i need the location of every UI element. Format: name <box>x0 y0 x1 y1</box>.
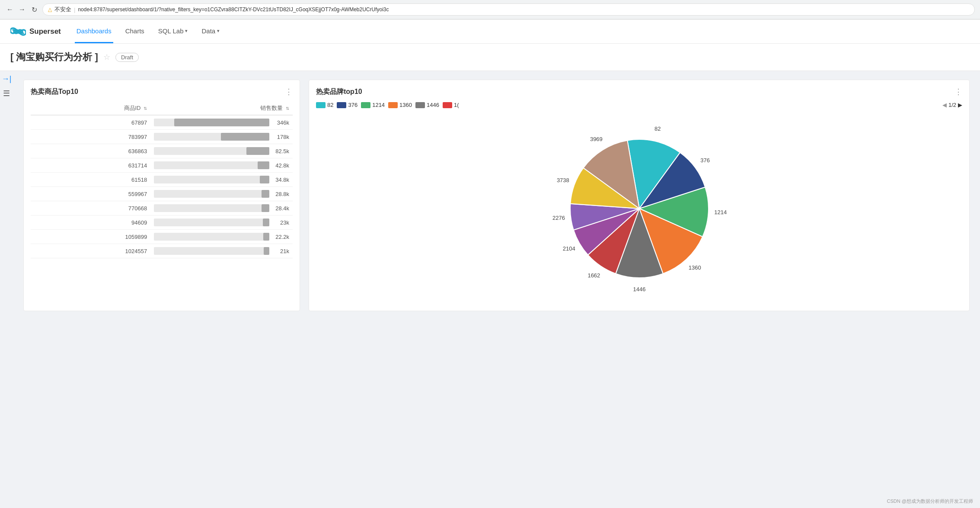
legend-item: 1( <box>443 102 459 108</box>
products-table: 商品ID ⇅ 销售数量 ⇅ 67897 <box>31 102 293 258</box>
table-row: 783997 178k <box>31 130 293 144</box>
product-id-cell: 783997 <box>31 130 150 144</box>
legend-next-icon[interactable]: ▶ <box>958 102 962 108</box>
pie-chart-header: 热卖品牌top10 ⋮ <box>316 87 962 96</box>
refresh-button[interactable]: ↻ <box>29 5 39 14</box>
legend-label: 1360 <box>399 102 412 108</box>
legend-label: 1446 <box>427 102 439 108</box>
sales-sort-icon[interactable]: ⇅ <box>286 106 289 111</box>
legend-page: 1/2 <box>948 102 956 108</box>
pie-chart-svg: 8237612141360144616622104227637383969 <box>527 118 752 299</box>
pie-label: 1214 <box>714 209 727 215</box>
col-product-id: 商品ID ⇅ <box>31 102 150 115</box>
legend-item: 82 <box>316 102 333 108</box>
product-id-cell: 559967 <box>31 187 150 201</box>
pie-label: 1662 <box>587 272 600 279</box>
product-id-cell: 94609 <box>31 215 150 230</box>
dashboard-title-bar: [ 淘宝购买行为分析 ] ☆ Draft <box>0 44 980 71</box>
app-header: Superset Dashboards Charts SQL Lab ▾ Dat… <box>0 19 980 44</box>
pie-label: 82 <box>654 125 661 132</box>
nav-sqllab[interactable]: SQL Lab ▾ <box>156 19 190 43</box>
logo: Superset <box>10 26 61 37</box>
table-row: 67897 346k <box>31 115 293 130</box>
pie-chart-panel: 热卖品牌top10 ⋮ 823761214136014461(◀1/2▶ 823… <box>309 80 970 311</box>
sales-value-cell: 21k <box>150 244 293 258</box>
pie-chart-menu[interactable]: ⋮ <box>954 87 962 96</box>
charts-container: 热卖商品Top10 ⋮ 商品ID ⇅ 销售数量 ⇅ <box>23 80 970 311</box>
product-id-cell: 61518 <box>31 173 150 187</box>
browser-nav-buttons: ← → ↻ <box>5 5 39 14</box>
legend-prev-icon[interactable]: ◀ <box>942 102 947 108</box>
table-row: 770668 28.4k <box>31 201 293 215</box>
sales-value-cell: 178k <box>150 130 293 144</box>
table-row: 631714 42.8k <box>31 158 293 173</box>
legend-item: 376 <box>337 102 358 108</box>
pie-label: 3738 <box>556 177 569 183</box>
favorite-star-icon[interactable]: ☆ <box>103 52 110 62</box>
pie-label: 2276 <box>552 215 565 221</box>
sales-value-cell: 34.8k <box>150 173 293 187</box>
col-sales: 销售数量 ⇅ <box>150 102 293 115</box>
main-content: →| ☰ 热卖商品Top10 ⋮ 商品ID ⇅ 销售数量 <box>0 71 980 374</box>
table-chart-menu[interactable]: ⋮ <box>285 87 293 96</box>
filter-expand-icon[interactable]: →| <box>2 74 12 84</box>
security-text: 不安全 <box>54 6 71 13</box>
legend-label: 1214 <box>372 102 385 108</box>
security-warning-icon: △ <box>48 6 52 13</box>
table-chart-title: 热卖商品Top10 <box>31 87 78 96</box>
logo-text: Superset <box>29 27 61 36</box>
sales-value-cell: 346k <box>150 115 293 130</box>
sqllab-dropdown-icon: ▾ <box>185 28 188 34</box>
legend-color-swatch <box>415 102 425 108</box>
browser-chrome: ← → ↻ △ 不安全 | node4:8787/superset/dashbo… <box>0 0 980 19</box>
logo-icon <box>10 26 26 37</box>
table-row: 1024557 21k <box>31 244 293 258</box>
legend-label: 1( <box>454 102 459 108</box>
legend-color-swatch <box>337 102 346 108</box>
address-bar[interactable]: △ 不安全 | node4:8787/superset/dashboard/1/… <box>42 3 975 16</box>
pie-label: 1446 <box>633 286 645 293</box>
sales-value-cell: 82.5k <box>150 144 293 158</box>
legend-item: 1446 <box>415 102 439 108</box>
pie-chart-container: 8237612141360144616622104227637383969 <box>316 113 962 304</box>
table-chart-header: 热卖商品Top10 ⋮ <box>31 87 293 96</box>
product-id-cell: 1024557 <box>31 244 150 258</box>
product-id-cell: 631714 <box>31 158 150 173</box>
pie-label: 2104 <box>562 245 575 252</box>
legend-color-swatch <box>388 102 398 108</box>
pie-label: 1360 <box>688 264 701 271</box>
product-sort-icon[interactable]: ⇅ <box>144 106 147 111</box>
table-row: 94609 23k <box>31 215 293 230</box>
sales-value-cell: 28.8k <box>150 187 293 201</box>
main-nav: Dashboards Charts SQL Lab ▾ Data ▾ <box>75 19 221 43</box>
forward-button[interactable]: → <box>17 5 27 14</box>
legend-color-swatch <box>361 102 370 108</box>
nav-data[interactable]: Data ▾ <box>200 19 221 43</box>
dashboard-title: [ 淘宝购买行为分析 ] <box>10 51 98 64</box>
sales-value-cell: 23k <box>150 215 293 230</box>
filter-options-icon[interactable]: ☰ <box>3 89 10 98</box>
legend-label: 82 <box>327 102 333 108</box>
nav-charts[interactable]: Charts <box>124 19 146 43</box>
back-button[interactable]: ← <box>5 5 15 14</box>
table-row: 636863 82.5k <box>31 144 293 158</box>
sales-value-cell: 28.4k <box>150 201 293 215</box>
draft-status-badge: Draft <box>115 53 139 62</box>
table-row: 559967 28.8k <box>31 187 293 201</box>
sales-value-cell: 42.8k <box>150 158 293 173</box>
address-separator: | <box>74 6 75 13</box>
pie-chart-title: 热卖品牌top10 <box>316 87 362 96</box>
data-dropdown-icon: ▾ <box>217 28 220 34</box>
sales-value-cell: 22.2k <box>150 230 293 244</box>
pie-legend: 823761214136014461(◀1/2▶ <box>316 102 962 108</box>
pie-label: 376 <box>700 157 710 164</box>
table-row: 61518 34.8k <box>31 173 293 187</box>
nav-dashboards[interactable]: Dashboards <box>75 19 113 43</box>
product-id-cell: 636863 <box>31 144 150 158</box>
legend-color-swatch <box>316 102 326 108</box>
product-id-cell: 1059899 <box>31 230 150 244</box>
legend-color-swatch <box>443 102 452 108</box>
legend-item: 1360 <box>388 102 412 108</box>
legend-item: 1214 <box>361 102 385 108</box>
table-chart-panel: 热卖商品Top10 ⋮ 商品ID ⇅ 销售数量 ⇅ <box>23 80 300 311</box>
